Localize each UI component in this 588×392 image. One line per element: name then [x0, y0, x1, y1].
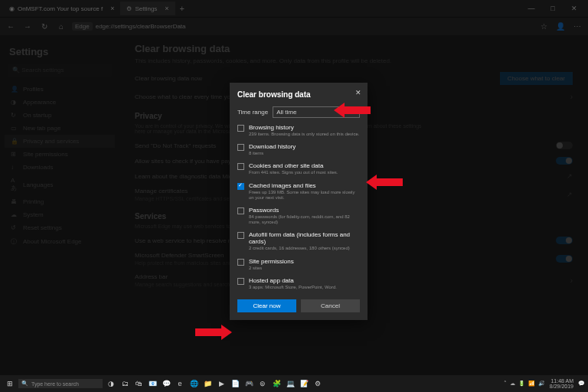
clear-option[interactable]: Hosted app data3 apps: Microsoft Store, … [237, 277, 360, 290]
tray-icon[interactable]: 📶 [528, 381, 535, 387]
taskbar-app-icon[interactable]: 📧 [145, 380, 159, 387]
checkbox[interactable] [237, 125, 244, 132]
taskbar-app-icon[interactable]: 🧩 [270, 380, 283, 387]
checkbox[interactable] [237, 144, 244, 151]
option-title: Browsing history [249, 124, 359, 131]
taskbar-app-icon[interactable]: 🛍 [132, 380, 145, 387]
tray-icon[interactable]: ☁ [510, 381, 515, 387]
dialog-title: Clear browsing data [237, 90, 360, 99]
annotation-arrow-icon [195, 323, 232, 341]
taskbar-app-icon[interactable]: ◑ [104, 380, 118, 387]
checkbox[interactable] [237, 259, 244, 266]
start-button[interactable]: ⊞ [3, 380, 17, 387]
clear-option[interactable]: Browsing history239 items. Browsing data… [237, 124, 360, 137]
clear-option[interactable]: Passwords84 passwords (for fidelity.com,… [237, 207, 360, 225]
taskbar-app-icon[interactable]: 💬 [159, 380, 173, 387]
option-title: Hosted app data [249, 277, 337, 284]
taskbar-search[interactable]: 🔍 Type here to search [18, 379, 103, 388]
option-subtitle: 239 items. Browsing data is only stored … [249, 132, 359, 137]
option-subtitle: From 441 sites. Signs you out of most si… [249, 170, 338, 175]
checkbox[interactable] [237, 163, 244, 170]
option-title: Download history [249, 143, 296, 150]
option-title: Autofill form data (includes forms and c… [249, 231, 360, 245]
checkbox[interactable] [237, 232, 244, 239]
tray-icon[interactable]: 🔊 [538, 381, 545, 387]
option-subtitle: 8 items [249, 151, 296, 156]
option-subtitle: 3 apps: Microsoft Store, PowerPoint, Wor… [249, 285, 337, 290]
checkbox[interactable] [237, 183, 244, 190]
option-subtitle: 2 credit cards, 16 addresses, 180 others… [249, 246, 360, 251]
clear-option[interactable]: Download history8 items [237, 143, 360, 156]
clear-option[interactable]: Cookies and other site dataFrom 441 site… [237, 162, 360, 175]
system-clock[interactable]: 11:48 AM8/29/2019 [550, 378, 573, 389]
taskbar-app-icon[interactable]: 🗂 [118, 380, 132, 387]
taskbar-app-icon[interactable]: ⚙ [311, 380, 325, 387]
tray-icon[interactable]: 🔋 [518, 381, 525, 387]
clear-option[interactable]: Cached images and filesFrees up 139 MB. … [237, 182, 360, 201]
annotation-arrow-icon [334, 101, 371, 119]
annotation-arrow-icon [366, 173, 403, 191]
taskbar-app-icon[interactable]: ▶ [214, 380, 228, 387]
option-title: Site permissions [249, 258, 294, 265]
taskbar-app-icon[interactable]: ⊚ [256, 380, 270, 387]
clear-option[interactable]: Autofill form data (includes forms and c… [237, 231, 360, 251]
option-title: Passwords [249, 207, 360, 214]
windows-taskbar: ⊞ 🔍 Type here to search ◑🗂🛍📧💬e🌐📁▶📄🎮⊚🧩💻📝⚙… [0, 375, 588, 392]
taskbar-app-icon[interactable]: 🎮 [242, 380, 256, 387]
taskbar-app-icon[interactable]: 📄 [228, 380, 242, 387]
option-subtitle: 2 sites [249, 266, 294, 271]
taskbar-app-icon[interactable]: 💻 [283, 380, 297, 387]
option-title: Cached images and files [249, 182, 360, 189]
taskbar-app-icon[interactable]: 📁 [201, 380, 214, 387]
time-range-label: Time range [237, 109, 268, 116]
checkbox[interactable] [237, 207, 244, 214]
clear-now-button[interactable]: Clear now [237, 299, 296, 312]
svg-marker-2 [195, 325, 232, 340]
clear-option[interactable]: Site permissions2 sites [237, 258, 360, 271]
option-title: Cookies and other site data [249, 162, 338, 169]
taskbar-app-icon[interactable]: 🌐 [187, 380, 201, 387]
checkbox[interactable] [237, 278, 244, 285]
close-icon[interactable]: ✕ [355, 89, 361, 96]
taskbar-app-icon[interactable]: e [173, 380, 187, 387]
taskbar-app-icon[interactable]: 📝 [297, 380, 311, 387]
svg-marker-0 [334, 103, 371, 118]
option-subtitle: 84 passwords (for fidelity.com, reddit.c… [249, 214, 360, 225]
tray-icon[interactable]: ˄ [504, 381, 507, 387]
svg-marker-1 [366, 175, 403, 190]
notifications-icon[interactable]: 💬 [578, 381, 585, 387]
option-subtitle: Frees up 139 MB. Some sites may load mor… [249, 190, 360, 201]
cancel-button[interactable]: Cancel [301, 299, 360, 312]
